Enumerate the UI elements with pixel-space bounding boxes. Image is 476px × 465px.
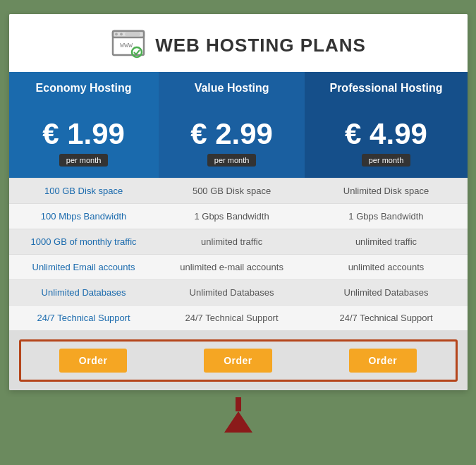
order-row-cell: Order Order Order	[9, 331, 468, 391]
card-header: www WEB HOSTING PLANS	[9, 14, 468, 72]
professional-bandwidth: 1 Gbps Bandwidth	[305, 204, 467, 229]
value-order-button[interactable]: Order	[204, 349, 272, 373]
bandwidth-row: 100 Mbps Bandwidth 1 Gbps Bandwidth 1 Gb…	[9, 204, 468, 229]
economy-price-cell: € 1.99 per month	[9, 104, 159, 179]
professional-email: unlimited accounts	[305, 255, 467, 280]
page-wrapper: www WEB HOSTING PLANS Economy Hosting Va…	[0, 14, 476, 447]
hosting-plans-card: www WEB HOSTING PLANS Economy Hosting Va…	[9, 14, 468, 390]
order-box: Order Order Order	[19, 339, 458, 382]
arrow-section	[224, 390, 252, 447]
svg-point-2	[115, 33, 118, 36]
economy-traffic: 1000 GB of monthly traffic	[9, 229, 159, 255]
order-row: Order Order Order	[9, 331, 468, 391]
professional-per-month: per month	[362, 154, 411, 167]
value-traffic: unlimited traffic	[159, 229, 305, 255]
value-price-cell: € 2.99 per month	[159, 104, 305, 179]
value-disk: 500 GB Disk space	[159, 179, 305, 204]
svg-text:www: www	[120, 41, 133, 49]
value-header: Value Hosting	[159, 72, 305, 104]
economy-order-cell: Order	[21, 342, 166, 380]
arrow-indicator	[224, 397, 252, 433]
plans-table: Economy Hosting Value Hosting Profession…	[9, 72, 468, 390]
disk-space-row: 100 GB Disk space 500 GB Disk space Unli…	[9, 179, 468, 204]
support-row: 24/7 Technical Support 24/7 Technical Su…	[9, 306, 468, 331]
browser-icon: www	[110, 27, 147, 64]
economy-price: € 1.99	[16, 117, 152, 151]
price-row: € 1.99 per month € 2.99 per month € 4.99…	[9, 104, 468, 179]
economy-bandwidth: 100 Mbps Bandwidth	[9, 204, 159, 229]
economy-disk: 100 GB Disk space	[9, 179, 159, 204]
economy-email: Unlimited Email accounts	[9, 255, 159, 280]
professional-disk: Unlimited Disk space	[305, 179, 467, 204]
professional-support: 24/7 Technical Support	[305, 306, 467, 331]
economy-per-month: per month	[59, 154, 109, 167]
professional-order-cell: Order	[310, 342, 455, 380]
value-support: 24/7 Technical Support	[159, 306, 305, 331]
professional-databases: Unlimited Databases	[305, 280, 467, 306]
professional-header: Professional Hosting	[305, 72, 467, 104]
email-row: Unlimited Email accounts unlimited e-mai…	[9, 255, 468, 280]
value-order-cell: Order	[166, 342, 310, 380]
professional-price-cell: € 4.99 per month	[305, 104, 467, 179]
value-price: € 2.99	[166, 117, 298, 151]
traffic-row: 1000 GB of monthly traffic unlimited tra…	[9, 229, 468, 255]
economy-order-button[interactable]: Order	[59, 349, 128, 373]
professional-traffic: unlimited traffic	[305, 229, 467, 255]
plan-headers-row: Economy Hosting Value Hosting Profession…	[9, 72, 468, 104]
value-bandwidth: 1 Gbps Bandwidth	[159, 204, 305, 229]
page-title: WEB HOSTING PLANS	[155, 35, 366, 56]
professional-order-button[interactable]: Order	[349, 349, 417, 373]
databases-row: Unlimited Databases Unlimited Databases …	[9, 280, 468, 306]
svg-point-3	[120, 33, 123, 36]
professional-price: € 4.99	[312, 117, 460, 151]
value-per-month: per month	[207, 154, 257, 167]
svg-rect-4	[125, 32, 140, 36]
value-email: unlimited e-mail accounts	[159, 255, 305, 280]
economy-databases: Unlimited Databases	[9, 280, 159, 306]
arrow-up	[224, 411, 252, 433]
arrow-stem	[236, 397, 241, 411]
economy-header: Economy Hosting	[9, 72, 159, 104]
economy-support: 24/7 Technical Support	[9, 306, 159, 331]
value-databases: Unlimited Databases	[159, 280, 305, 306]
